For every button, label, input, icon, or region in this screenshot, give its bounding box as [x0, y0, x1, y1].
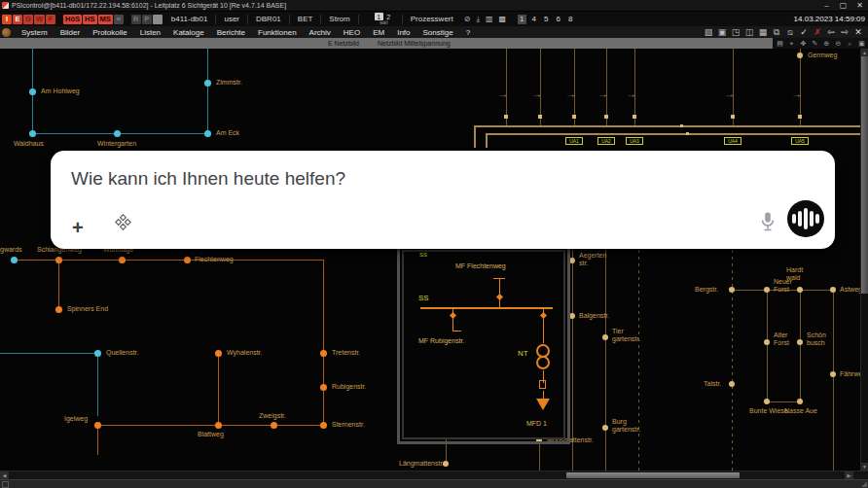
- disconnector-icon[interactable]: →+: [792, 92, 800, 98]
- diagram-node[interactable]: [320, 350, 327, 357]
- diagram-node[interactable]: [633, 115, 636, 119]
- tab-netzbild-mittelspannung[interactable]: Netzbild Mittelspannung: [378, 40, 451, 47]
- diagram-node[interactable]: [830, 287, 836, 293]
- transformer-icon[interactable]: [536, 356, 550, 369]
- diagram-node[interactable]: [797, 399, 803, 404]
- scroll-right-icon[interactable]: ▶: [845, 471, 853, 479]
- view-number-4[interactable]: 4: [530, 15, 538, 24]
- diagram-node[interactable]: [11, 257, 18, 263]
- mode-button-[interactable]: [153, 15, 163, 24]
- diagram-node[interactable]: [215, 422, 222, 429]
- minimize-button[interactable]: –: [818, 0, 835, 11]
- vertical-scroll-thumb[interactable]: [861, 56, 868, 294]
- menu-sonstige[interactable]: Sonstige: [423, 28, 453, 37]
- zoom-in-icon[interactable]: ⊕: [821, 38, 832, 49]
- voice-mode-button[interactable]: [787, 200, 824, 237]
- diagram-node[interactable]: [204, 80, 211, 87]
- mode-button-r[interactable]: R: [131, 15, 141, 24]
- diagram-node[interactable]: [184, 257, 191, 263]
- diagram-node[interactable]: [764, 339, 770, 345]
- add-button[interactable]: +: [72, 219, 84, 236]
- view-number-5[interactable]: 5: [542, 15, 550, 24]
- image-icon[interactable]: ▧: [702, 26, 715, 38]
- forward-icon[interactable]: ⇨: [838, 26, 851, 38]
- fence-icon[interactable]: ▥: [486, 15, 493, 24]
- diagram-node[interactable]: [680, 124, 683, 127]
- microphone-icon[interactable]: [758, 211, 778, 236]
- save-view-icon[interactable]: ▣: [715, 26, 729, 38]
- diagram-node[interactable]: [114, 130, 121, 137]
- bay-label-box[interactable]: UA2: [597, 137, 615, 145]
- scroll-down-icon[interactable]: ▼: [861, 463, 868, 471]
- voltage-level-ms[interactable]: MS: [98, 15, 113, 24]
- diagram-node[interactable]: [320, 384, 327, 391]
- mode-button-p[interactable]: P: [142, 15, 152, 24]
- zoom-fit-icon[interactable]: ⌕: [845, 38, 855, 49]
- diagram-node[interactable]: [729, 381, 735, 387]
- diagram-node[interactable]: [504, 115, 508, 119]
- menu-heo[interactable]: HEO: [344, 28, 360, 37]
- diagram-node[interactable]: [29, 130, 36, 137]
- diagram-node[interactable]: [55, 306, 62, 313]
- menu-system[interactable]: System: [21, 28, 48, 37]
- diagram-node[interactable]: [55, 257, 62, 263]
- diagram-node[interactable]: [320, 422, 327, 429]
- alarm-indicator-e[interactable]: E: [13, 15, 22, 24]
- menu-listen[interactable]: Listen: [140, 28, 161, 37]
- diagram-node[interactable]: [572, 115, 576, 119]
- scroll-up-icon[interactable]: ▲: [861, 49, 868, 56]
- checker-icon[interactable]: ▩: [499, 15, 507, 24]
- import-icon[interactable]: ⤓: [476, 15, 480, 24]
- view-number-1[interactable]: 1: [518, 15, 525, 24]
- alarm-indicator-w[interactable]: W: [34, 15, 45, 24]
- voltage-level-hs[interactable]: HS: [83, 15, 96, 24]
- menu-info[interactable]: Info: [397, 28, 410, 37]
- maximize-button[interactable]: ▢: [835, 0, 851, 11]
- horizontal-scroll-thumb[interactable]: [566, 472, 740, 478]
- vertical-scrollbar[interactable]: ▲ ▼: [860, 49, 868, 471]
- hide-icon[interactable]: ⊘: [464, 15, 471, 24]
- diagram-node[interactable]: [686, 132, 689, 135]
- diagram-node[interactable]: [764, 287, 770, 293]
- reject-icon[interactable]: ✗: [811, 26, 824, 38]
- chart-icon[interactable]: ◫: [742, 26, 756, 38]
- voltage-level-≡[interactable]: ≡: [114, 15, 124, 24]
- menu-help[interactable]: ?: [466, 28, 470, 37]
- resize-grip-icon[interactable]: [861, 481, 867, 487]
- alarm-indicator-f[interactable]: F: [46, 15, 55, 24]
- diagram-node[interactable]: [94, 422, 101, 429]
- diagram-node[interactable]: [119, 257, 126, 263]
- menu-protokolle[interactable]: Protokolle: [92, 28, 127, 37]
- alarm-indicator-g[interactable]: G: [23, 15, 33, 24]
- tag-icon[interactable]: ◳: [729, 26, 742, 38]
- copy-icon[interactable]: ⧉: [770, 26, 783, 38]
- diagram-node[interactable]: [798, 115, 802, 119]
- view-number-8[interactable]: 8: [566, 15, 574, 24]
- back-icon[interactable]: ⇦: [824, 26, 838, 38]
- load-switch-icon[interactable]: [539, 380, 546, 389]
- diagram-node[interactable]: [602, 425, 608, 431]
- edit-icon[interactable]: ✎: [810, 38, 820, 49]
- bay-label-box[interactable]: UA3: [626, 137, 643, 145]
- diagram-node[interactable]: [604, 115, 608, 119]
- page-selector[interactable]: 12 wall: [375, 13, 393, 25]
- close-button[interactable]: ✕: [851, 0, 868, 11]
- menu-funktionen[interactable]: Funktionen: [258, 28, 297, 37]
- voltage-level-hös[interactable]: HöS: [63, 15, 82, 24]
- diagram-node[interactable]: [830, 371, 836, 377]
- menu-em[interactable]: EM: [373, 28, 384, 37]
- menu-archiv[interactable]: Archiv: [309, 28, 331, 37]
- menu-berichte[interactable]: Berichte: [217, 28, 245, 37]
- diagram-node[interactable]: [797, 339, 803, 345]
- alarm-indicator-i[interactable]: I: [2, 15, 12, 24]
- grid-icon[interactable]: ▦: [756, 26, 770, 38]
- diagram-node[interactable]: [538, 115, 542, 119]
- disconnector-icon[interactable]: →+: [566, 92, 574, 98]
- diagram-node[interactable]: [204, 130, 211, 137]
- diagram-node[interactable]: [602, 334, 608, 340]
- diagram-node[interactable]: [797, 52, 803, 58]
- menu-bilder[interactable]: Bilder: [60, 28, 80, 37]
- pan-icon[interactable]: ✥: [798, 38, 809, 49]
- scroll-left-icon[interactable]: ◀: [0, 471, 9, 479]
- zoom-out-icon[interactable]: ⊖: [833, 38, 844, 49]
